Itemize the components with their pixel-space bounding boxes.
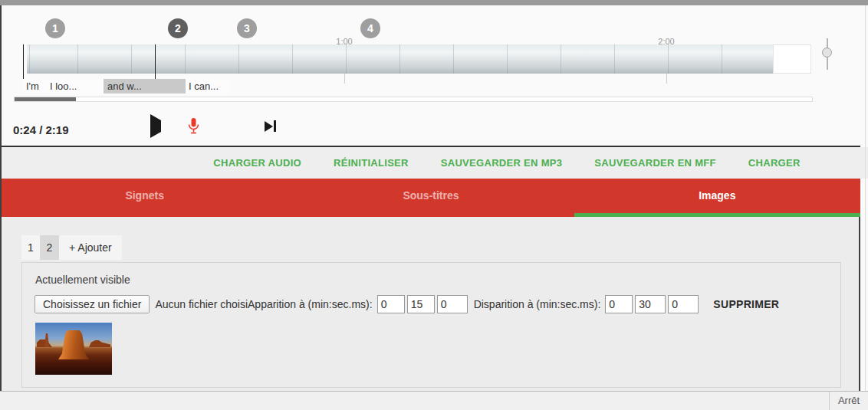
thumbnail-mesa-left bbox=[37, 339, 52, 347]
disappear-seconds-input[interactable] bbox=[635, 295, 666, 313]
window-right-border bbox=[859, 217, 860, 391]
image-thumbnail bbox=[35, 323, 112, 375]
scroll-progress-fill bbox=[15, 97, 76, 101]
waveform-track[interactable] bbox=[27, 44, 773, 74]
microphone-icon bbox=[187, 117, 200, 135]
appear-ms-input[interactable] bbox=[437, 295, 468, 313]
appear-time-label: Apparition à (min:sec.ms): bbox=[248, 298, 373, 310]
step-marker-2[interactable]: 2 bbox=[168, 18, 188, 38]
window-top-bar bbox=[0, 0, 868, 5]
play-button[interactable] bbox=[150, 120, 161, 132]
thumbnail-butte bbox=[58, 330, 89, 359]
window-right-edge-line bbox=[865, 5, 866, 391]
image-settings-panel: Actuellement visible Choisissez un fichi… bbox=[21, 262, 841, 388]
image-page-tab-1[interactable]: 1 bbox=[21, 235, 40, 260]
image-settings-row: Choisissez un fichier Aucun fichier choi… bbox=[35, 295, 779, 313]
segment-start-marker bbox=[23, 44, 24, 80]
status-bar: Arrêt bbox=[0, 391, 868, 410]
delete-image-button[interactable]: SUPPRIMER bbox=[713, 298, 779, 310]
images-tab-content: 1 2 + Ajouter Actuellement visible Chois… bbox=[2, 217, 859, 391]
menu-sauvegarder-mff[interactable]: SAUVEGARDER EN MFF bbox=[594, 157, 716, 169]
choose-file-button[interactable]: Choisissez un fichier bbox=[35, 295, 150, 313]
menu-charger-audio[interactable]: CHARGER AUDIO bbox=[213, 157, 301, 169]
thumbnail-spire bbox=[44, 333, 49, 347]
subtitle-chip[interactable]: I loo... bbox=[50, 79, 77, 93]
subtitle-chip[interactable]: I can... bbox=[189, 79, 219, 93]
scroll-progress-bar[interactable] bbox=[14, 97, 813, 102]
step-marker-4[interactable]: 4 bbox=[360, 18, 380, 38]
playhead-cursor[interactable] bbox=[155, 44, 156, 80]
tab-sous-titres[interactable]: Sous-titres bbox=[288, 179, 574, 217]
audio-editor-window: 1 2 3 4 1:00 2:00 I'm I loo... and w... … bbox=[0, 0, 868, 410]
subtitle-chip-selected[interactable]: and w... bbox=[104, 79, 186, 93]
appear-seconds-input[interactable] bbox=[407, 295, 435, 313]
tab-signets[interactable]: Signets bbox=[2, 179, 288, 217]
add-image-tab-button[interactable]: + Ajouter bbox=[59, 235, 122, 260]
play-icon bbox=[150, 114, 161, 138]
image-page-tab-2[interactable]: 2 bbox=[40, 235, 59, 260]
image-page-tabs: 1 2 + Ajouter bbox=[21, 235, 122, 260]
panel-title: Actuellement visible bbox=[35, 274, 130, 286]
action-menu: CHARGER AUDIO RÉINITIALISER SAUVEGARDER … bbox=[0, 147, 868, 179]
playback-state-label: Arrêt bbox=[830, 392, 868, 410]
timeline-section: 1 2 3 4 1:00 2:00 I'm I loo... and w... … bbox=[2, 5, 865, 146]
menu-charger[interactable]: CHARGER bbox=[748, 157, 801, 169]
disappear-ms-input[interactable] bbox=[668, 295, 699, 313]
disappear-time-label: Disparition à (min:sec.ms): bbox=[474, 298, 601, 310]
thumbnail-mesa-right bbox=[89, 340, 110, 347]
skip-to-end-icon bbox=[265, 120, 276, 132]
menu-sauvegarder-mp3[interactable]: SAUVEGARDER EN MP3 bbox=[441, 157, 563, 169]
tab-images[interactable]: Images bbox=[574, 179, 860, 217]
waveform-track-empty-tail bbox=[773, 44, 811, 74]
window-left-border bbox=[0, 5, 2, 391]
appear-minutes-input[interactable] bbox=[377, 295, 405, 313]
main-tab-bar: Signets Sous-titres Images bbox=[2, 179, 860, 217]
playback-time-display: 0:24 / 2:19 bbox=[13, 123, 69, 136]
step-marker-3[interactable]: 3 bbox=[237, 18, 257, 38]
step-marker-1[interactable]: 1 bbox=[45, 18, 65, 38]
skip-to-end-button[interactable] bbox=[265, 120, 276, 132]
zoom-slider-handle[interactable] bbox=[822, 48, 832, 57]
menu-reinitialiser[interactable]: RÉINITIALISER bbox=[334, 157, 409, 169]
subtitle-chip-strip: I'm I loo... and w... I can... bbox=[23, 79, 230, 93]
subtitle-chip[interactable]: I'm bbox=[26, 79, 39, 93]
file-status-text: Aucun fichier choisi bbox=[155, 298, 248, 310]
disappear-minutes-input[interactable] bbox=[605, 295, 633, 313]
record-button[interactable] bbox=[187, 117, 200, 135]
